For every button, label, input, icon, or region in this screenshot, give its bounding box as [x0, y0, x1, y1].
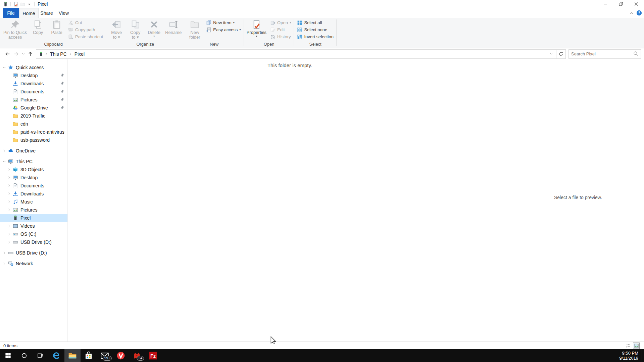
tree-item-google-drive[interactable]: Google Drive	[0, 104, 67, 112]
ribbon-button-properties[interactable]: Properties▾	[245, 18, 268, 38]
help-icon[interactable]: ?	[636, 10, 642, 16]
expander-collapsed-icon[interactable]	[7, 183, 11, 188]
back-button[interactable]	[3, 50, 12, 58]
tree-item-usb-drive-d[interactable]: USB Drive (D:)	[0, 249, 67, 257]
file-explorer-window: Pixel File Home Share View ? Pin to Quic…	[0, 0, 644, 362]
tree-item-onedrive[interactable]: OneDrive	[0, 147, 67, 155]
taskbar-button-cortana[interactable]	[16, 349, 32, 362]
expander-collapsed-icon[interactable]	[2, 251, 7, 255]
search-icon[interactable]	[633, 51, 638, 57]
ribbon-button-paste: Paste	[47, 18, 66, 35]
tab-file[interactable]: File	[3, 8, 19, 18]
minimize-ribbon-icon[interactable]	[629, 11, 635, 16]
tree-item-label: Downloads	[20, 191, 44, 196]
tree-item-quick-access[interactable]: Quick access	[0, 63, 67, 72]
tree-item-desktop[interactable]: Desktop	[0, 174, 67, 182]
mouse-cursor	[270, 336, 278, 344]
minimize-button[interactable]	[598, 0, 613, 8]
details-view-icon[interactable]	[625, 343, 631, 349]
file-list-pane[interactable]: This folder is empty.	[68, 59, 512, 342]
tab-share[interactable]: Share	[38, 8, 55, 18]
breadcrumb-chevron-icon[interactable]	[44, 51, 48, 57]
expander-expanded-icon[interactable]	[2, 65, 7, 70]
refresh-icon[interactable]	[556, 49, 566, 59]
taskbar-clock[interactable]: 9:50 PM 9/11/2019	[619, 349, 642, 362]
tree-item-this-pc[interactable]: This PC	[0, 157, 67, 166]
large-icons-view-icon[interactable]	[633, 343, 639, 349]
taskbar-button-task-view[interactable]	[32, 349, 48, 362]
ribbon-button-column: Select allSelect noneInvert selection	[295, 18, 335, 40]
restore-button[interactable]	[613, 0, 629, 8]
ribbon-group-label: Open	[245, 41, 293, 48]
tree-item-cdn[interactable]: cdn	[0, 120, 67, 128]
tree-item-label: USB Drive (D:)	[20, 239, 52, 245]
ribbon-button-easy-access[interactable]: Easy access▾	[204, 26, 243, 33]
taskbar-button-red-app[interactable]: 64	[129, 349, 145, 362]
address-bar[interactable]: This PC Pixel	[36, 49, 556, 59]
ribbon-button-column: New item▾Easy access▾	[204, 18, 243, 33]
expander-collapsed-icon[interactable]	[7, 175, 11, 180]
usb-drive-icon	[12, 239, 18, 245]
ribbon-button-move-to: Move to ▾	[107, 18, 126, 40]
tree-item-usb-password[interactable]: usb-password	[0, 136, 67, 144]
expander-spacer	[7, 105, 11, 110]
svg-text:?: ?	[638, 11, 640, 15]
taskbar-button-file-explorer[interactable]	[64, 349, 81, 362]
badge: 64	[137, 356, 144, 361]
up-button[interactable]	[26, 50, 35, 58]
address-dropdown-icon[interactable]	[547, 52, 555, 56]
ribbon-button-invert-selection[interactable]: Invert selection	[295, 33, 335, 40]
expander-collapsed-icon[interactable]	[7, 240, 11, 244]
tab-home[interactable]: Home	[19, 8, 39, 18]
taskbar-button-start[interactable]	[0, 349, 16, 362]
ribbon: Pin to Quick accessCopyPasteCutCopy path…	[0, 18, 644, 48]
tree-item-downloads[interactable]: Downloads	[0, 80, 67, 88]
close-button[interactable]	[629, 0, 644, 8]
ribbon-button-select-none[interactable]: Select none	[295, 26, 335, 33]
show-desktop-button[interactable]	[642, 349, 644, 362]
tree-item-downloads[interactable]: Downloads	[0, 190, 67, 198]
expander-collapsed-icon[interactable]	[7, 208, 11, 212]
tree-item-2019-traffic[interactable]: 2019-Traffic	[0, 112, 67, 120]
tree-item-pixel[interactable]: Pixel	[0, 214, 67, 222]
taskbar-button-store[interactable]	[81, 349, 97, 362]
pin-to-quick-access-icon	[10, 19, 20, 30]
expander-collapsed-icon[interactable]	[7, 224, 11, 228]
expander-collapsed-icon[interactable]	[2, 261, 7, 266]
ribbon-button-select-all[interactable]: Select all	[295, 19, 335, 26]
taskbar-button-vivaldi[interactable]	[113, 349, 129, 362]
ribbon-button-label: Invert selection	[304, 34, 333, 39]
expander-collapsed-icon[interactable]	[7, 232, 11, 236]
ribbon-button-new-item[interactable]: New item▾	[204, 19, 243, 26]
tree-item-documents[interactable]: Documents	[0, 88, 67, 96]
tab-view[interactable]: View	[55, 8, 72, 18]
taskbar-buttons: 99+64Fz	[0, 349, 161, 362]
tree-item-pictures[interactable]: Pictures	[0, 206, 67, 214]
search-input[interactable]: Search Pixel	[568, 49, 641, 59]
breadcrumb-segment-pixel[interactable]: Pixel	[72, 51, 87, 57]
tree-item-music[interactable]: Music	[0, 198, 67, 206]
tree-item-usb-drive-d[interactable]: USB Drive (D:)	[0, 238, 67, 246]
customize-quick-access-toolbar-icon[interactable]	[26, 1, 33, 7]
tree-item-desktop[interactable]: Desktop	[0, 72, 67, 80]
quick-access-properties-icon[interactable]	[12, 1, 19, 7]
expander-collapsed-icon[interactable]	[2, 148, 7, 153]
tree-item-videos[interactable]: Videos	[0, 222, 67, 230]
expander-collapsed-icon[interactable]	[7, 191, 11, 196]
taskbar-button-filezilla[interactable]: Fz	[145, 349, 161, 362]
tree-item-os-c[interactable]: OS (C:)	[0, 230, 67, 238]
taskbar-button-edge[interactable]	[48, 349, 64, 362]
tree-item-documents[interactable]: Documents	[0, 182, 67, 190]
tree-item-network[interactable]: Network	[0, 260, 67, 268]
expander-collapsed-icon[interactable]	[7, 199, 11, 204]
recent-locations-icon[interactable]	[20, 50, 26, 58]
breadcrumb-segment-this-pc[interactable]: This PC	[48, 51, 69, 57]
expander-expanded-icon[interactable]	[2, 159, 7, 164]
downloads-icon	[12, 81, 18, 87]
expander-collapsed-icon[interactable]	[7, 167, 11, 172]
tree-item-paid-vs-free-antivirus[interactable]: paid-vs-free-antivirus	[0, 128, 67, 136]
taskbar-button-mail[interactable]: 99+	[97, 349, 113, 362]
tree-item-3d-objects[interactable]: 3D Objects	[0, 166, 67, 174]
tree-item-pictures[interactable]: Pictures	[0, 96, 67, 104]
breadcrumb-chevron-icon[interactable]	[69, 51, 72, 57]
